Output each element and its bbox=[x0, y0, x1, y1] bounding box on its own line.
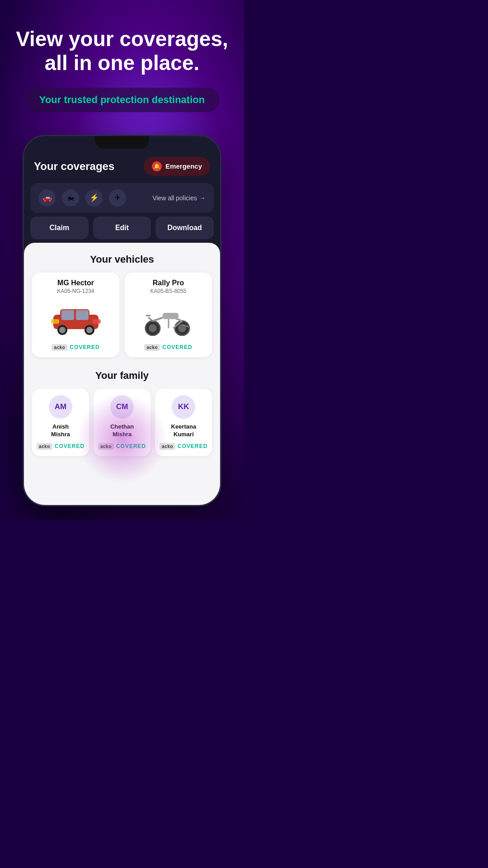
phone-mockup: Your coverages 🔔 Emergency 🚗 🏍 ⚡ ✈ View … bbox=[14, 135, 230, 506]
kk-covered-text: COVERED bbox=[178, 443, 207, 449]
policy-bar: 🚗 🏍 ⚡ ✈ View all policies → bbox=[30, 183, 214, 213]
bike-policy-icon[interactable]: 🏍 bbox=[62, 189, 79, 207]
cm-covered-badge: acko COVERED bbox=[98, 443, 146, 450]
vehicle-image-car bbox=[38, 299, 113, 340]
view-all-label: View all policies bbox=[152, 194, 197, 202]
bike-svg bbox=[139, 302, 198, 336]
car-svg bbox=[47, 302, 105, 336]
car-covered-badge: acko COVERED bbox=[38, 344, 113, 351]
svg-point-7 bbox=[86, 327, 93, 333]
hero-section: View your coverages, all in one place. Y… bbox=[0, 0, 244, 520]
am-covered-text: COVERED bbox=[55, 443, 84, 449]
ev-policy-icon[interactable]: ⚡ bbox=[85, 189, 103, 207]
cm-covered-text: COVERED bbox=[116, 443, 146, 449]
member-name-anish: AnishMishra bbox=[37, 423, 84, 439]
family-row: AM AnishMishra acko COVERED CM ChethanMi… bbox=[32, 389, 212, 456]
hero-subtitle: Your trusted protection destination bbox=[39, 94, 205, 106]
car-policy-icon[interactable]: 🚗 bbox=[38, 189, 56, 207]
action-buttons-row: Claim Edit Download bbox=[30, 217, 214, 239]
vehicle-card-mg-hector[interactable]: MG Hector KA05-NG-1234 bbox=[32, 273, 119, 357]
phone-frame: Your coverages 🔔 Emergency 🚗 🏍 ⚡ ✈ View … bbox=[23, 135, 221, 506]
vehicles-row: MG Hector KA05-NG-1234 bbox=[32, 273, 212, 357]
kk-covered-badge: acko COVERED bbox=[160, 443, 207, 450]
svg-rect-9 bbox=[93, 319, 101, 324]
family-card-am[interactable]: AM AnishMishra acko COVERED bbox=[32, 389, 89, 456]
content-area: Your vehicles MG Hector KA05-NG-1234 bbox=[24, 243, 220, 505]
bike-covered-badge: acko COVERED bbox=[131, 344, 206, 351]
acko-logo-cm: acko bbox=[98, 443, 114, 450]
svg-rect-3 bbox=[76, 310, 89, 320]
arrow-icon: → bbox=[199, 194, 206, 202]
emergency-button[interactable]: 🔔 Emergency bbox=[144, 157, 210, 176]
family-card-kk[interactable]: KK KeertanaKumari acko COVERED bbox=[155, 389, 212, 456]
emergency-label: Emergency bbox=[165, 162, 202, 170]
claim-button[interactable]: Claim bbox=[30, 217, 89, 239]
hero-title: View your coverages, all in one place. bbox=[14, 27, 230, 75]
acko-logo-am: acko bbox=[37, 443, 52, 450]
avatar-cm: CM bbox=[110, 395, 134, 419]
app-title: Your coverages bbox=[34, 160, 114, 173]
svg-point-5 bbox=[59, 327, 66, 333]
view-all-policies-link[interactable]: View all policies → bbox=[152, 194, 206, 202]
avatar-kk: KK bbox=[172, 395, 195, 419]
svg-rect-18 bbox=[163, 313, 178, 319]
family-card-cm[interactable]: CM ChethanMishra acko COVERED bbox=[94, 389, 150, 456]
svg-rect-8 bbox=[51, 319, 59, 324]
policy-icon-list: 🚗 🏍 ⚡ ✈ bbox=[38, 189, 126, 207]
vehicle-card-rally-pro[interactable]: Rally Pro KA05-BS-8055 bbox=[125, 273, 212, 357]
vehicles-section-title: Your vehicles bbox=[32, 254, 212, 265]
member-name-keertana: KeertanaKumari bbox=[160, 423, 207, 439]
bike-covered-text: COVERED bbox=[162, 344, 192, 350]
avatar-am: AM bbox=[49, 395, 72, 419]
travel-policy-icon[interactable]: ✈ bbox=[109, 189, 126, 207]
svg-rect-2 bbox=[61, 310, 74, 320]
acko-logo-bike: acko bbox=[144, 344, 160, 351]
car-covered-text: COVERED bbox=[70, 344, 99, 350]
vehicle-image-bike bbox=[131, 299, 206, 340]
svg-line-19 bbox=[148, 317, 153, 321]
vehicle-name-rally: Rally Pro bbox=[131, 279, 206, 287]
am-covered-badge: acko COVERED bbox=[37, 443, 84, 450]
member-name-chethan: ChethanMishra bbox=[98, 423, 146, 439]
app-header: Your coverages 🔔 Emergency bbox=[24, 149, 220, 180]
emergency-bell-icon: 🔔 bbox=[152, 161, 162, 171]
svg-point-13 bbox=[149, 324, 157, 332]
vehicle-name-mg: MG Hector bbox=[38, 279, 113, 287]
acko-logo-kk: acko bbox=[160, 443, 175, 450]
phone-notch bbox=[95, 136, 149, 149]
download-button[interactable]: Download bbox=[155, 217, 214, 239]
vehicle-plate-mg: KA05-NG-1234 bbox=[38, 288, 113, 294]
edit-button[interactable]: Edit bbox=[93, 217, 151, 239]
vehicle-plate-rally: KA05-BS-8055 bbox=[131, 288, 206, 294]
acko-logo-car: acko bbox=[52, 344, 67, 351]
subtitle-wrap: Your trusted protection destination bbox=[25, 88, 219, 112]
family-section-title: Your family bbox=[32, 370, 212, 382]
